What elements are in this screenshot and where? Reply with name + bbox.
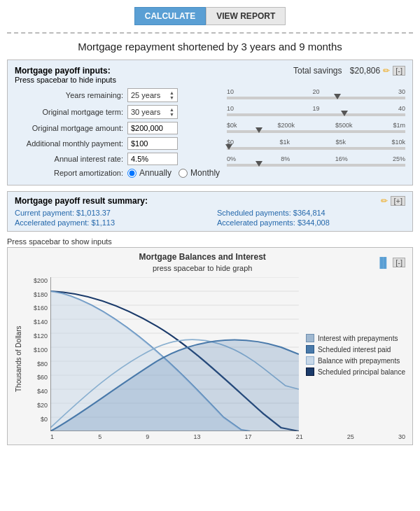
graph-title-block: Mortgage Balances and Interest press spa… [29, 252, 376, 273]
scheduled-payments: Scheduled payments: $364,814 [217, 209, 405, 217]
chart-legend: Interest with prepayments Scheduled inte… [306, 277, 405, 433]
inputs-subtitle: Press spacebar to hide inputs [15, 76, 116, 84]
monthly-payment-slider-block: $0 $1k $5k $10k [227, 139, 405, 151]
interest-rate-input[interactable] [127, 153, 178, 165]
years-remaining-slider[interactable] [227, 97, 405, 99]
mortgage-amount-thumb[interactable] [255, 127, 262, 133]
interest-rate-slider-block: 0% 8% 16% 25% [227, 155, 405, 168]
mortgage-amount-row: Original mortgage amount: [15, 122, 220, 134]
inputs-grid: Years remaining: 25 years ▲▼ Original mo… [15, 88, 405, 179]
mortgage-amount-label: Original mortgage amount: [15, 124, 123, 132]
chart-main: $200 $180 $160 $140 $120 $100 $80 $60 $4… [26, 277, 405, 433]
monthly-payment-thumb[interactable] [225, 144, 232, 150]
mortgage-term-input[interactable]: 30 years ▲▼ [127, 105, 178, 119]
interest-rate-slider-labels: 0% 8% 16% 25% [227, 155, 405, 162]
mortgage-amount-input[interactable] [127, 122, 178, 134]
amortization-label: Report amortization: [15, 169, 123, 177]
result-grid: Current payment: $1,013.37 Scheduled pay… [15, 209, 405, 227]
mortgage-amount-slider[interactable] [227, 130, 405, 133]
inputs-left: Years remaining: 25 years ▲▼ Original mo… [15, 88, 220, 179]
legend-label-1: Interest with prepayments [318, 335, 398, 342]
amortization-monthly-label: Monthly [190, 168, 220, 178]
legend-box-2 [306, 345, 314, 354]
mortgage-term-spinner[interactable]: ▲▼ [169, 107, 174, 117]
mortgage-term-slider-block: 10 19 40 [227, 105, 405, 118]
graph-controls: ▐▌ [-] [376, 257, 405, 268]
collapse-graph-button[interactable]: [-] [393, 258, 405, 267]
years-remaining-row: Years remaining: 25 years ▲▼ [15, 88, 220, 102]
legend-label-2: Scheduled interest paid [318, 346, 391, 354]
inputs-title: Mortgage payoff inputs: [15, 66, 116, 76]
toolbar: CALCULATE VIEW REPORT [7, 7, 413, 34]
interest-rate-row: Annual interest rate: [15, 153, 220, 165]
graph-section: Mortgage Balances and Interest press spa… [7, 247, 413, 445]
collapse-inputs-button[interactable]: [-] [393, 66, 405, 76]
mortgage-term-thumb[interactable] [341, 111, 348, 116]
monthly-payment-slider[interactable] [227, 147, 405, 150]
mortgage-term-row: Original mortgage term: 30 years ▲▼ [15, 105, 220, 119]
monthly-payment-row: Additional monthly payment: [15, 137, 220, 150]
inputs-section: Mortgage payoff inputs: Press spacebar t… [7, 59, 413, 186]
accelerated-payment: Accelerated payment: $1,113 [15, 218, 203, 227]
result-title: Mortgage payoff result summary: [15, 196, 148, 206]
mortgage-term-slider[interactable] [227, 113, 405, 116]
interest-rate-slider[interactable] [227, 164, 405, 167]
legend-scheduled-interest: Scheduled interest paid [306, 345, 405, 354]
years-remaining-slider-block: 10 20 30 [227, 88, 405, 101]
total-savings: Total savings $20,806 ✏ [-] [293, 66, 405, 76]
amortization-annually-radio[interactable] [127, 169, 136, 178]
mortgage-term-slider-labels: 10 19 40 [227, 105, 405, 112]
edit-icon[interactable]: ✏ [383, 66, 390, 76]
chart-icon: ▐▌ [376, 257, 390, 268]
years-remaining-spinner[interactable]: ▲▼ [169, 90, 174, 100]
monthly-payment-slider-labels: $0 $1k $5k $10k [227, 139, 405, 146]
amortization-monthly-radio[interactable] [178, 169, 188, 178]
spacebar-hint: Press spacebar to show inputs [7, 237, 413, 246]
graph-subtitle: press spacebar to hide graph [29, 263, 376, 273]
result-header: Mortgage payoff result summary: ✏ [+] [15, 196, 405, 206]
legend-interest-prepayments: Interest with prepayments [306, 334, 405, 342]
inputs-right: 10 20 30 10 19 40 [227, 88, 405, 179]
accelerated-payments: Accelerated payments: $344,008 [217, 218, 405, 227]
years-remaining-label: Years remaining: [15, 91, 123, 99]
result-section: Mortgage payoff result summary: ✏ [+] Cu… [7, 191, 413, 232]
mortgage-amount-slider-labels: $0k $200k $500k $1m [227, 122, 405, 129]
total-savings-label: Total savings [293, 66, 342, 76]
result-edit-icon[interactable]: ✏ [381, 196, 388, 206]
mortgage-amount-slider-block: $0k $200k $500k $1m [227, 122, 405, 134]
main-title: Mortgage repayment shortened by 3 years … [7, 41, 413, 52]
expand-result-button[interactable]: [+] [391, 196, 405, 206]
chart-content: $200 $180 $160 $140 $120 $100 $80 $60 $4… [26, 277, 405, 440]
legend-box-4 [306, 368, 314, 376]
chart-x-labels: 1 5 9 13 17 21 25 30 [50, 433, 405, 440]
legend-scheduled-principal: Scheduled principal balance [306, 368, 405, 376]
calculate-button[interactable]: CALCULATE [134, 7, 206, 25]
inputs-header: Mortgage payoff inputs: Press spacebar t… [15, 66, 405, 84]
amortization-row: Report amortization: Annually Monthly [15, 168, 220, 178]
interest-rate-label: Annual interest rate: [15, 155, 123, 163]
years-remaining-thumb[interactable] [334, 94, 341, 99]
view-report-button[interactable]: VIEW REPORT [206, 7, 286, 25]
graph-title: Mortgage Balances and Interest [29, 252, 376, 263]
y-axis-label: Thousands of Dollars [15, 277, 26, 440]
graph-header: Mortgage Balances and Interest press spa… [15, 252, 405, 273]
legend-balance-prepayments: Balance with prepayments [306, 356, 405, 365]
interest-rate-thumb[interactable] [255, 161, 262, 167]
legend-label-4: Scheduled principal balance [318, 368, 405, 376]
amortization-annually-label: Annually [139, 168, 172, 178]
legend-box-3 [306, 356, 314, 365]
chart-svg [50, 277, 299, 433]
current-payment: Current payment: $1,013.37 [15, 209, 203, 217]
mortgage-term-label: Original mortgage term: [15, 108, 123, 116]
years-remaining-input[interactable]: 25 years ▲▼ [127, 88, 178, 102]
inputs-title-block: Mortgage payoff inputs: Press spacebar t… [15, 66, 116, 84]
chart-area: Thousands of Dollars $200 $180 $160 $140… [15, 277, 405, 440]
chart-y-labels: $200 $180 $160 $140 $120 $100 $80 $60 $4… [26, 277, 50, 433]
monthly-payment-input[interactable] [127, 137, 178, 150]
years-remaining-slider-labels: 10 20 30 [227, 88, 405, 95]
legend-label-3: Balance with prepayments [318, 357, 400, 365]
monthly-payment-label: Additional monthly payment: [15, 139, 123, 148]
legend-box-1 [306, 334, 314, 342]
total-savings-value: $20,806 [350, 66, 380, 76]
